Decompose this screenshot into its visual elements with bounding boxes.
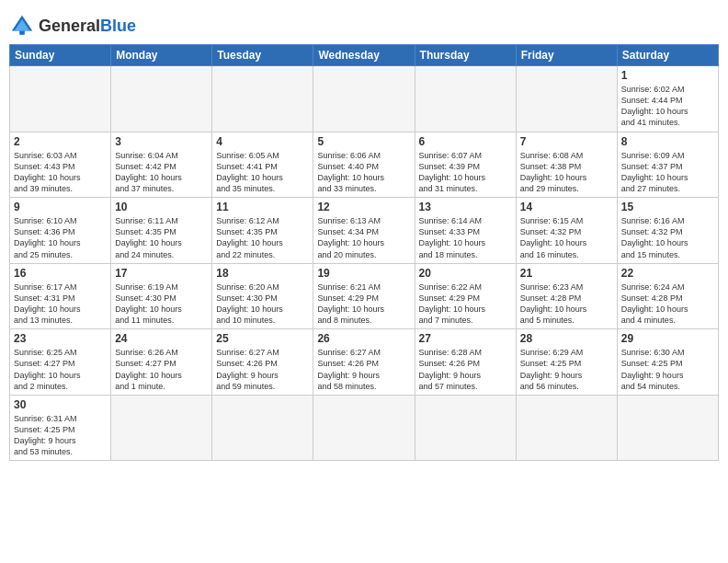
calendar-cell: 27Sunrise: 6:28 AM Sunset: 4:26 PM Dayli… — [415, 329, 516, 396]
day-number: 25 — [216, 332, 309, 345]
day-number: 11 — [216, 201, 309, 213]
calendar-cell: 1Sunrise: 6:02 AM Sunset: 4:44 PM Daylig… — [617, 66, 718, 132]
day-number: 5 — [317, 135, 410, 148]
calendar-cell — [415, 395, 516, 461]
calendar-cell: 18Sunrise: 6:20 AM Sunset: 4:30 PM Dayli… — [212, 263, 313, 329]
day-info: Sunrise: 6:02 AM Sunset: 4:44 PM Dayligh… — [621, 84, 714, 129]
day-number: 30 — [14, 398, 107, 411]
day-number: 17 — [115, 267, 208, 280]
calendar-cell: 12Sunrise: 6:13 AM Sunset: 4:34 PM Dayli… — [313, 198, 415, 264]
calendar-cell: 26Sunrise: 6:27 AM Sunset: 4:26 PM Dayli… — [313, 329, 415, 396]
weekday-header-thursday: Thursday — [415, 45, 516, 66]
day-number: 23 — [14, 332, 107, 345]
weekday-header-row: SundayMondayTuesdayWednesdayThursdayFrid… — [10, 45, 719, 66]
day-number: 26 — [317, 332, 410, 345]
day-info: Sunrise: 6:13 AM Sunset: 4:34 PM Dayligh… — [317, 215, 410, 260]
day-info: Sunrise: 6:21 AM Sunset: 4:29 PM Dayligh… — [317, 282, 410, 327]
day-info: Sunrise: 6:30 AM Sunset: 4:25 PM Dayligh… — [621, 347, 714, 392]
weekday-header-monday: Monday — [111, 45, 212, 66]
day-number: 18 — [216, 267, 309, 280]
day-info: Sunrise: 6:25 AM Sunset: 4:27 PM Dayligh… — [14, 347, 107, 392]
calendar-cell: 14Sunrise: 6:15 AM Sunset: 4:32 PM Dayli… — [516, 198, 617, 264]
calendar-cell — [111, 66, 212, 132]
day-number: 9 — [14, 201, 107, 213]
day-number: 20 — [419, 267, 512, 280]
day-number: 12 — [317, 201, 410, 213]
calendar-cell: 17Sunrise: 6:19 AM Sunset: 4:30 PM Dayli… — [111, 263, 212, 329]
weekday-header-wednesday: Wednesday — [313, 45, 415, 66]
day-info: Sunrise: 6:10 AM Sunset: 4:36 PM Dayligh… — [14, 215, 107, 260]
calendar-cell: 16Sunrise: 6:17 AM Sunset: 4:31 PM Dayli… — [10, 263, 111, 329]
day-info: Sunrise: 6:08 AM Sunset: 4:38 PM Dayligh… — [520, 150, 613, 195]
calendar-cell — [313, 395, 415, 461]
day-info: Sunrise: 6:24 AM Sunset: 4:28 PM Dayligh… — [621, 282, 714, 327]
calendar-cell: 29Sunrise: 6:30 AM Sunset: 4:25 PM Dayli… — [617, 329, 718, 396]
weekday-header-sunday: Sunday — [10, 45, 111, 66]
svg-rect-2 — [19, 31, 25, 35]
logo-text: GeneralBlue — [39, 17, 136, 36]
weekday-header-saturday: Saturday — [617, 45, 718, 66]
day-info: Sunrise: 6:31 AM Sunset: 4:25 PM Dayligh… — [14, 413, 107, 458]
day-number: 15 — [621, 201, 714, 213]
day-number: 10 — [115, 201, 208, 213]
week-row-2: 2Sunrise: 6:03 AM Sunset: 4:43 PM Daylig… — [10, 132, 719, 198]
calendar-cell: 2Sunrise: 6:03 AM Sunset: 4:43 PM Daylig… — [10, 132, 111, 198]
calendar-cell: 3Sunrise: 6:04 AM Sunset: 4:42 PM Daylig… — [111, 132, 212, 198]
day-number: 6 — [419, 135, 512, 148]
calendar-cell — [10, 66, 111, 132]
day-info: Sunrise: 6:28 AM Sunset: 4:26 PM Dayligh… — [419, 347, 512, 392]
day-info: Sunrise: 6:17 AM Sunset: 4:31 PM Dayligh… — [14, 282, 107, 327]
day-info: Sunrise: 6:27 AM Sunset: 4:26 PM Dayligh… — [317, 347, 410, 392]
calendar-cell: 24Sunrise: 6:26 AM Sunset: 4:27 PM Dayli… — [111, 329, 212, 396]
calendar: SundayMondayTuesdayWednesdayThursdayFrid… — [9, 44, 719, 461]
week-row-3: 9Sunrise: 6:10 AM Sunset: 4:36 PM Daylig… — [10, 198, 719, 264]
calendar-cell: 13Sunrise: 6:14 AM Sunset: 4:33 PM Dayli… — [415, 198, 516, 264]
day-number: 4 — [216, 135, 309, 148]
weekday-header-tuesday: Tuesday — [212, 45, 313, 66]
week-row-5: 23Sunrise: 6:25 AM Sunset: 4:27 PM Dayli… — [10, 329, 719, 396]
week-row-6: 30Sunrise: 6:31 AM Sunset: 4:25 PM Dayli… — [10, 395, 719, 461]
calendar-cell: 23Sunrise: 6:25 AM Sunset: 4:27 PM Dayli… — [10, 329, 111, 396]
calendar-cell: 4Sunrise: 6:05 AM Sunset: 4:41 PM Daylig… — [212, 132, 313, 198]
calendar-cell: 8Sunrise: 6:09 AM Sunset: 4:37 PM Daylig… — [617, 132, 718, 198]
day-info: Sunrise: 6:22 AM Sunset: 4:29 PM Dayligh… — [419, 282, 512, 327]
calendar-cell — [516, 395, 617, 461]
calendar-cell — [111, 395, 212, 461]
day-info: Sunrise: 6:20 AM Sunset: 4:30 PM Dayligh… — [216, 282, 309, 327]
day-info: Sunrise: 6:23 AM Sunset: 4:28 PM Dayligh… — [520, 282, 613, 327]
week-row-4: 16Sunrise: 6:17 AM Sunset: 4:31 PM Dayli… — [10, 263, 719, 329]
day-info: Sunrise: 6:05 AM Sunset: 4:41 PM Dayligh… — [216, 150, 309, 195]
logo-icon — [9, 13, 35, 39]
calendar-cell — [212, 66, 313, 132]
header: GeneralBlue — [9, 9, 719, 39]
day-info: Sunrise: 6:29 AM Sunset: 4:25 PM Dayligh… — [520, 347, 613, 392]
day-info: Sunrise: 6:04 AM Sunset: 4:42 PM Dayligh… — [115, 150, 208, 195]
day-number: 2 — [14, 135, 107, 148]
day-number: 1 — [621, 69, 714, 82]
day-info: Sunrise: 6:15 AM Sunset: 4:32 PM Dayligh… — [520, 215, 613, 260]
day-number: 7 — [520, 135, 613, 148]
week-row-1: 1Sunrise: 6:02 AM Sunset: 4:44 PM Daylig… — [10, 66, 719, 132]
calendar-cell: 7Sunrise: 6:08 AM Sunset: 4:38 PM Daylig… — [516, 132, 617, 198]
day-info: Sunrise: 6:12 AM Sunset: 4:35 PM Dayligh… — [216, 215, 309, 260]
day-number: 29 — [621, 332, 714, 345]
day-number: 16 — [14, 267, 107, 280]
day-info: Sunrise: 6:16 AM Sunset: 4:32 PM Dayligh… — [621, 215, 714, 260]
calendar-cell: 22Sunrise: 6:24 AM Sunset: 4:28 PM Dayli… — [617, 263, 718, 329]
calendar-cell: 6Sunrise: 6:07 AM Sunset: 4:39 PM Daylig… — [415, 132, 516, 198]
calendar-cell — [516, 66, 617, 132]
day-number: 27 — [419, 332, 512, 345]
day-info: Sunrise: 6:14 AM Sunset: 4:33 PM Dayligh… — [419, 215, 512, 260]
calendar-cell: 15Sunrise: 6:16 AM Sunset: 4:32 PM Dayli… — [617, 198, 718, 264]
calendar-cell — [313, 66, 415, 132]
calendar-cell: 19Sunrise: 6:21 AM Sunset: 4:29 PM Dayli… — [313, 263, 415, 329]
weekday-header-friday: Friday — [516, 45, 617, 66]
calendar-cell — [415, 66, 516, 132]
calendar-cell: 11Sunrise: 6:12 AM Sunset: 4:35 PM Dayli… — [212, 198, 313, 264]
day-number: 22 — [621, 267, 714, 280]
day-info: Sunrise: 6:06 AM Sunset: 4:40 PM Dayligh… — [317, 150, 410, 195]
day-number: 3 — [115, 135, 208, 148]
day-info: Sunrise: 6:03 AM Sunset: 4:43 PM Dayligh… — [14, 150, 107, 195]
day-info: Sunrise: 6:27 AM Sunset: 4:26 PM Dayligh… — [216, 347, 309, 392]
page: GeneralBlue SundayMondayTuesdayWednesday… — [0, 0, 728, 563]
